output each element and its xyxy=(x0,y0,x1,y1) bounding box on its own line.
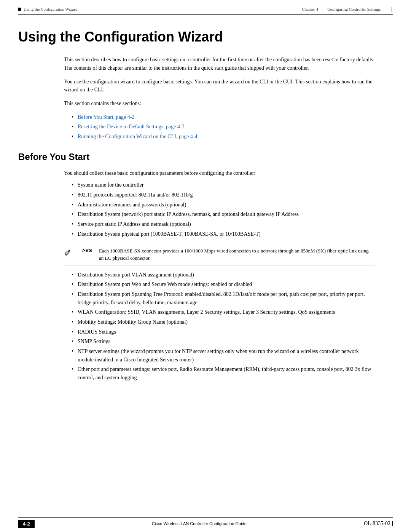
note-content: Each 1000BASE-SX connector provides a 10… xyxy=(99,247,374,262)
list-item: Administrator usernames and passwords (o… xyxy=(72,201,374,209)
toc-item-2[interactable]: Resetting the Device to Default Settings… xyxy=(72,123,374,131)
footer-right: OL-8335-02 xyxy=(364,521,393,527)
header-right: Chapter 4 Configuring Controller Setting… xyxy=(302,7,393,11)
toc-list: Before You Start, page 4-2 Resetting the… xyxy=(72,113,374,141)
footer-left: 4-2 xyxy=(18,520,35,528)
list-item: Other port and parameter settings: servi… xyxy=(72,365,374,382)
header-left: Using the Configuration Wizard xyxy=(18,7,77,11)
list-item: System name for the controller xyxy=(72,181,374,189)
note-icon-area: ✎ xyxy=(64,247,78,256)
header-chapter: Chapter 4 xyxy=(302,7,318,11)
note-label: Note xyxy=(82,247,96,253)
footer-right-bar xyxy=(392,521,393,526)
note-row: Note Each 1000BASE-SX connector provides… xyxy=(82,247,374,262)
toc-link-2[interactable]: Resetting the Device to Default Settings… xyxy=(78,124,185,129)
list-item: 802.11 protocols supported: 802.11a and/… xyxy=(72,191,374,199)
page-container: Using the Configuration Wizard Chapter 4… xyxy=(0,0,411,532)
page-header: Using the Configuration Wizard Chapter 4… xyxy=(0,0,411,14)
list-item: Distribution System port VLAN assignment… xyxy=(72,271,374,279)
header-left-text: Using the Configuration Wizard xyxy=(24,7,77,11)
toc-link-1[interactable]: Before You Start, page 4-2 xyxy=(78,114,134,120)
intro-para-2: You use the configuration wizard to conf… xyxy=(64,78,374,94)
list-item: Distribution System (network) port stati… xyxy=(72,210,374,219)
main-content: Using the Configuration Wizard This sect… xyxy=(0,15,411,418)
intro-para-3: This section contains these sections: xyxy=(64,99,374,108)
footer-content: 4-2 Cisco Wireless LAN Controller Config… xyxy=(0,518,411,528)
page-footer: 4-2 Cisco Wireless LAN Controller Config… xyxy=(0,517,411,532)
bullet-list-1: System name for the controller 802.11 pr… xyxy=(72,181,374,238)
intro-para-1: This section describes how to configure … xyxy=(64,56,374,72)
toc-link-3[interactable]: Running the Configuration Wizard on the … xyxy=(78,134,198,139)
list-item: Mobility Settings: Mobility Group Name (… xyxy=(72,318,374,326)
list-item: NTP server settings (the wizard prompts … xyxy=(72,347,374,364)
list-item: WLAN Configuration: SSID, VLAN assignmen… xyxy=(72,308,374,316)
toc-item-1[interactable]: Before You Start, page 4-2 xyxy=(72,113,374,121)
list-item: Distribution System port Spanning Tree P… xyxy=(72,290,374,307)
header-square-icon xyxy=(18,8,21,11)
footer-doc-number: OL-8335-02 xyxy=(364,521,390,527)
bullet-list-2: Distribution System port VLAN assignment… xyxy=(72,271,374,382)
header-bar: │ xyxy=(390,7,393,11)
section-intro: You should collect these basic configura… xyxy=(64,169,374,177)
list-item: RADIUS Settings xyxy=(72,328,374,336)
footer-center: Cisco Wireless LAN Controller Configurat… xyxy=(42,521,356,526)
header-title: Configuring Controller Settings xyxy=(327,7,381,11)
page-title: Using the Configuration Wizard xyxy=(18,29,393,45)
list-item: SNMP Settings xyxy=(72,337,374,346)
page-number: 4-2 xyxy=(18,520,35,528)
list-item: Distribution System port Web and Secure … xyxy=(72,280,374,289)
list-item: Service port static IP Address and netma… xyxy=(72,220,374,228)
toc-item-3[interactable]: Running the Configuration Wizard on the … xyxy=(72,133,374,141)
section-heading-before-you-start: Before You Start xyxy=(18,152,393,162)
note-box: ✎ Note Each 1000BASE-SX connector provid… xyxy=(64,244,374,265)
list-item: Distribution System physical port (1000B… xyxy=(72,230,374,238)
note-pencil-icon: ✎ xyxy=(64,248,71,256)
